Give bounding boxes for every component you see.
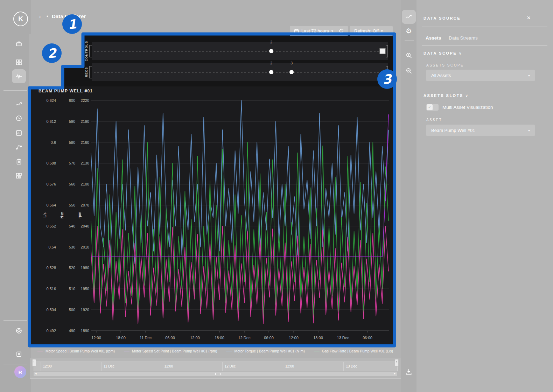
legend-label: Motor Speed | Beam Pump Well #01 (rpm) [46, 349, 115, 353]
section-assets-slots[interactable]: ASSETS SLOTS ∨ [424, 93, 468, 98]
lifebuoy-button[interactable] [12, 324, 26, 338]
bar-chart-icon [16, 130, 22, 136]
waveform-icon [16, 73, 22, 79]
legend-swatch [124, 351, 130, 351]
chevron-down-icon: ∨ [459, 51, 462, 55]
asset-dropdown[interactable]: Beam Pump Well #01 ▾ [426, 125, 535, 136]
grid-icon [16, 173, 22, 179]
x-axis-tick: 06:00 [363, 336, 372, 340]
timeseries-plot[interactable] [31, 86, 394, 346]
timeline-tick: 12:00 [41, 362, 104, 371]
sidebar-divider [4, 320, 27, 321]
timeline-tick: 12 Dec [222, 362, 285, 371]
timeline-tick: 12:00 [162, 362, 225, 371]
x-axis-tick: 06:00 [165, 336, 175, 340]
page-title: Data Explorer [52, 13, 86, 19]
legend-item[interactable]: Gas Flow Rate | Beam Pump Well #01 (L/s) [314, 349, 393, 353]
clipboard-button[interactable] [12, 155, 26, 169]
timeline-scrollbar[interactable]: ◂ ▸ [34, 372, 397, 376]
dashboard-button[interactable] [12, 55, 26, 69]
zoom-in-button[interactable] [402, 48, 416, 62]
scrollbar-grip[interactable] [215, 373, 221, 375]
scroll-right-icon[interactable]: ▸ [394, 372, 396, 375]
timeline-left-handle[interactable] [32, 359, 36, 366]
trend-chart-tool-button[interactable] [402, 10, 416, 24]
time-range-label: Last 72 hours [301, 28, 329, 34]
refresh-icon [339, 28, 344, 34]
briefcase-button[interactable] [12, 37, 26, 51]
x-axis-tick: 11 Dec [140, 336, 152, 340]
bar-chart-button[interactable] [12, 126, 26, 140]
document-button[interactable] [12, 347, 26, 361]
route-button[interactable] [12, 140, 26, 154]
document-icon [16, 351, 22, 357]
time-range-button[interactable]: Last 72 hours ▾ [290, 26, 341, 36]
multi-asset-toggle-label: Multi Asset Visualization [442, 105, 493, 110]
refresh-button[interactable] [335, 26, 348, 36]
assets-scope-label: ASSETS SCOPE [426, 63, 464, 67]
x-axis-tick: 06:00 [264, 336, 274, 340]
timeline-scrubber[interactable]: 12:0011 Dec12:0012 Dec12:0013 Dec ◂ ▸ [30, 358, 401, 379]
chevron-down-icon: ▾ [528, 74, 530, 77]
asset-label: ASSET [426, 118, 442, 122]
legend-label: Gas Flow Rate | Beam Pump Well #01 (L/s) [322, 349, 393, 353]
sidebar-divider [4, 90, 27, 91]
x-axis-tick: 12:00 [91, 336, 101, 340]
x-axis-tick: 18:00 [215, 336, 224, 340]
zoom-out-button[interactable] [402, 64, 416, 78]
svg-text:CONTROLS: CONTROLS [85, 41, 88, 62]
controls-recs-tracks-panel: 2CONTROLS23RECS [63, 34, 394, 86]
dim-overlay [29, 34, 83, 66]
divider [422, 27, 547, 27]
divider [422, 46, 547, 46]
timeline-right-handle[interactable] [395, 359, 399, 366]
assets-scope-value: All Assets [431, 73, 451, 78]
section-data-scope[interactable]: DATA SCOPE ∨ [424, 51, 462, 56]
x-axis-tick: 12 Dec [238, 336, 251, 340]
lifebuoy-icon [16, 328, 22, 334]
x-axis-tick: 13 Dec [337, 336, 349, 340]
gear-icon: ⚙ [406, 27, 412, 35]
tracks-chart[interactable]: 2CONTROLS23RECS [63, 34, 394, 86]
refresh-mode-button[interactable]: Refresh: Off ▾ [350, 26, 393, 36]
legend-item[interactable]: Motor Torque | Beam Pump Well #01 (N·m) [226, 349, 304, 353]
dim-overlay [29, 66, 62, 88]
sidebar-divider [4, 31, 27, 31]
svg-text:2: 2 [270, 40, 272, 44]
trend-chart-icon [405, 13, 412, 20]
download-button[interactable] [405, 368, 412, 375]
legend-swatch [314, 351, 320, 351]
close-icon[interactable]: × [527, 14, 531, 22]
breadcrumb-separator: • [47, 14, 48, 19]
chevron-down-icon: ▾ [381, 29, 383, 33]
chart-panel: BEAM PUMP WELL #01 0.6240.6120.60.5880.5… [31, 86, 394, 346]
chevron-down-icon: ∨ [465, 93, 468, 98]
clipboard-icon [16, 159, 22, 165]
trend-button[interactable] [12, 97, 26, 111]
download-icon [405, 368, 412, 375]
tab-data-streams[interactable]: Data Streams [449, 35, 478, 41]
app-logo[interactable]: K [13, 12, 28, 26]
avatar[interactable]: R [14, 366, 26, 378]
tab-assets[interactable]: Assets [426, 35, 441, 41]
multi-asset-toggle[interactable]: ✓ [426, 104, 439, 111]
trend-icon [16, 101, 22, 107]
refresh-mode-label: Refresh: Off [354, 28, 379, 34]
back-button[interactable]: ← [38, 12, 45, 20]
scroll-left-icon[interactable]: ◂ [35, 372, 37, 375]
legend-swatch [226, 351, 232, 351]
assets-scope-dropdown[interactable]: All Assets ▾ [426, 70, 535, 81]
clock-button[interactable] [12, 111, 26, 125]
settings-button[interactable]: ⚙ [402, 24, 416, 38]
timeline-tick: 11 Dec [101, 362, 164, 371]
app-window: K R ← • Data Explorer Last 72 hours ▾ Re… [0, 0, 553, 392]
clock-icon [16, 115, 22, 121]
legend-item[interactable]: Motor Speed | Beam Pump Well #01 (rpm) [37, 349, 115, 353]
timeline-bar[interactable]: 12:0011 Dec12:0012 Dec12:0013 Dec [34, 362, 398, 371]
toggle-check-icon: ✓ [427, 104, 433, 110]
waveform-button[interactable] [12, 69, 26, 83]
calendar-icon [294, 29, 299, 34]
grid-button[interactable] [12, 169, 26, 183]
zoom-in-icon [406, 52, 412, 59]
legend-item[interactable]: Motor Speed Set Point | Beam Pump Well #… [124, 349, 217, 353]
